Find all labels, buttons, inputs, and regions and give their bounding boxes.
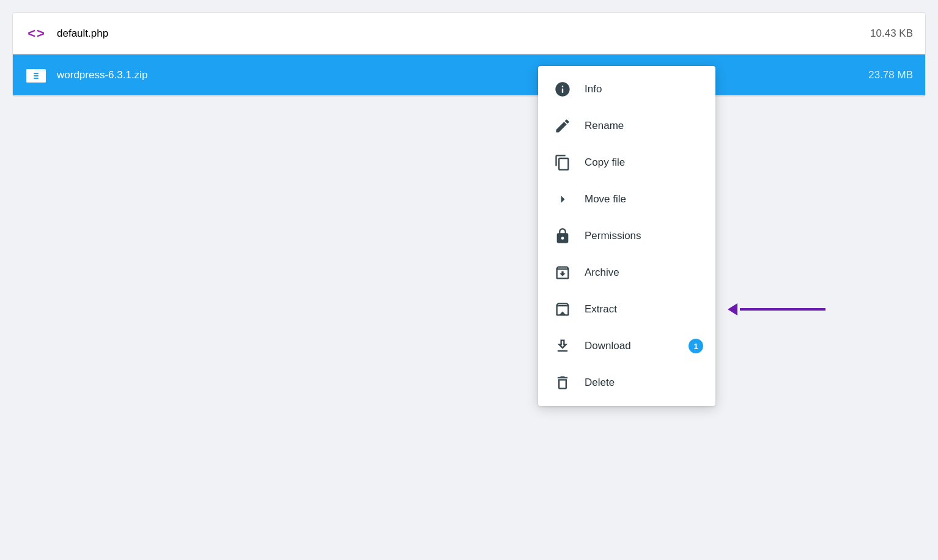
delete-icon — [553, 373, 572, 392]
move-label: Move file — [585, 193, 626, 205]
file-row-php[interactable]: < > default.php 10.43 KB — [13, 13, 925, 54]
extract-icon — [553, 300, 572, 319]
menu-item-archive[interactable]: Archive — [538, 254, 715, 291]
menu-item-rename[interactable]: Rename — [538, 108, 715, 144]
info-icon — [553, 79, 572, 99]
menu-item-delete[interactable]: Delete — [538, 364, 715, 401]
permissions-label: Permissions — [585, 230, 641, 242]
download-badge: 1 — [689, 339, 703, 353]
svg-rect-4 — [34, 78, 39, 79]
info-label: Info — [585, 83, 602, 95]
menu-item-permissions[interactable]: Permissions — [538, 218, 715, 254]
svg-rect-3 — [34, 75, 39, 76]
menu-item-info[interactable]: Info — [538, 71, 715, 108]
archive-icon — [553, 263, 572, 282]
php-file-size: 10.43 KB — [870, 28, 913, 40]
file-row-zip[interactable]: wordpress-6.3.1.zip 23.78 MB — [13, 54, 925, 96]
delete-label: Delete — [585, 377, 615, 389]
php-file-icon: < > — [25, 23, 47, 45]
zip-file-icon — [25, 64, 47, 86]
file-list: < > default.php 10.43 KB wordpress-6.3.1… — [12, 12, 926, 97]
menu-item-download[interactable]: Download 1 — [538, 328, 715, 364]
copy-label: Copy file — [585, 157, 625, 169]
php-file-name: default.php — [57, 28, 870, 40]
svg-rect-2 — [34, 73, 39, 74]
rename-icon — [553, 116, 572, 136]
svg-rect-5 — [26, 69, 35, 72]
extract-arrow-annotation — [728, 303, 825, 315]
menu-item-move[interactable]: Move file — [538, 181, 715, 218]
extract-label: Extract — [585, 303, 617, 315]
context-menu: Info Rename Copy file Move file Permissi… — [538, 66, 715, 406]
download-label: Download — [585, 340, 631, 352]
rename-label: Rename — [585, 120, 624, 132]
menu-item-copy[interactable]: Copy file — [538, 144, 715, 181]
menu-item-extract[interactable]: Extract — [538, 291, 715, 328]
download-icon — [553, 336, 572, 356]
zip-file-name: wordpress-6.3.1.zip — [57, 69, 868, 81]
copy-icon — [553, 153, 572, 172]
zip-file-size: 23.78 MB — [868, 69, 913, 81]
move-icon — [553, 190, 572, 209]
permissions-icon — [553, 226, 572, 246]
archive-label: Archive — [585, 267, 619, 279]
